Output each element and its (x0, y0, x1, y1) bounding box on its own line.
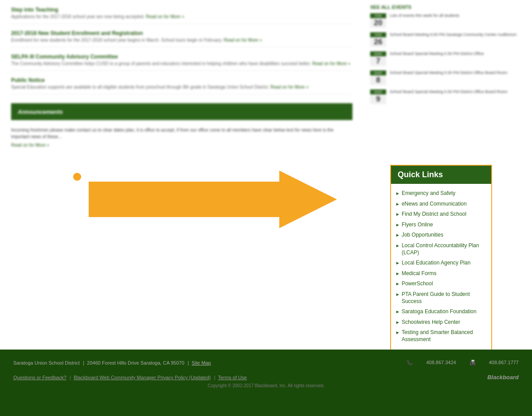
quick-links-title: Quick Links (398, 170, 485, 179)
footer-phone1: 408.867.3424 (426, 360, 456, 365)
footer-links-container: Questions or Feedback? | Blackboard Web … (13, 373, 247, 381)
quick-link-medical-forms[interactable]: Medical Forms (402, 270, 437, 277)
footer-sep4: | (213, 375, 218, 380)
quick-link-arrow-icon: ► (395, 202, 400, 206)
quick-link-arrow-icon: ► (395, 330, 400, 335)
quick-link-item-lcap: ► Local Control Accountability Plan (LCA… (395, 241, 487, 258)
quick-link-arrow-icon: ► (395, 271, 400, 276)
quick-links-header: Quick Links (391, 166, 491, 184)
quick-link-arrow-icon: ► (395, 260, 400, 265)
quick-link-arrow-icon: ► (395, 292, 400, 297)
quick-link-enews-communication[interactable]: eNews and Communication (402, 201, 467, 208)
quick-link-arrow-icon: ► (395, 320, 400, 325)
svg-marker-0 (89, 171, 337, 228)
quick-link-emergency-safety[interactable]: Emergency and Safety (402, 190, 455, 197)
footer-questions-link[interactable]: Questions or Feedback? (13, 375, 66, 380)
quick-link-item-schoolwires-help: ► Schoolwires Help Center (395, 317, 487, 328)
quick-link-item-find-district-school: ► Find My District and School (395, 209, 487, 220)
quick-link-arrow-icon: ► (395, 281, 400, 286)
quick-link-arrow-icon: ► (395, 212, 400, 217)
footer-district-name: Saratoga Union School District (13, 360, 80, 365)
footer-phones: 📞 408.867.3424 📠 408.867.1777 (407, 360, 519, 365)
footer-privacy-link[interactable]: Blackboard Web Community Manager Privacy… (74, 375, 211, 380)
quick-link-saratoga-edu[interactable]: Saratoga Education Foundation (402, 308, 477, 315)
quick-link-item-pta-guide: ► PTA Parent Guide to Student Success (395, 289, 487, 307)
footer-phone2: 408.867.1777 (489, 360, 519, 365)
quick-link-item-lea-plan: ► Local Education Agency Plan (395, 258, 487, 268)
quick-link-item-medical-forms: ► Medical Forms (395, 268, 487, 279)
quick-link-arrow-icon: ► (395, 309, 400, 314)
quick-links-panel: Quick Links ► Emergency and Safety ► eNe… (390, 165, 492, 350)
footer-blackboard-brand: Blackboard (487, 374, 519, 381)
quick-link-arrow-icon: ► (395, 243, 400, 248)
orange-arrow-icon (89, 171, 337, 228)
quick-link-arrow-icon: ► (395, 233, 400, 237)
quick-link-arrow-icon: ► (395, 222, 400, 227)
quick-link-find-district-school[interactable]: Find My District and School (402, 211, 466, 218)
footer-phone-icon2: 📠 (469, 360, 476, 365)
footer-address: 20460 Forest Hills Drive Saratoga, CA 95… (87, 360, 184, 365)
footer-terms-link[interactable]: Terms of Use (218, 375, 247, 380)
quick-link-item-powerschool: ► PowerSchool (395, 279, 487, 289)
quick-link-schoolwires-help[interactable]: Schoolwires Help Center (402, 319, 460, 326)
quick-link-pta-guide[interactable]: PTA Parent Guide to Student Success (402, 291, 487, 305)
quick-link-powerschool[interactable]: PowerSchool (402, 280, 433, 288)
footer-copyright: Copyright © 2002-2017 Blackboard, Inc. A… (13, 383, 519, 388)
footer: Saratoga Union School District | 20460 F… (0, 350, 532, 416)
footer-top: Saratoga Union School District | 20460 F… (13, 358, 519, 366)
quick-link-item-saratoga-edu: ► Saratoga Education Foundation (395, 307, 487, 317)
footer-bottom: Questions or Feedback? | Blackboard Web … (13, 373, 519, 381)
footer-district-info: Saratoga Union School District | 20460 F… (13, 358, 211, 366)
quick-link-item-job-opportunities: ► Job Opportunities (395, 230, 487, 241)
quick-links-list: ► Emergency and Safety ► eNews and Commu… (391, 186, 491, 350)
footer-phone-icon1: 📞 (407, 360, 413, 365)
quick-link-lea-plan[interactable]: Local Education Agency Plan (402, 260, 470, 267)
orange-arrow-container (89, 164, 355, 235)
quick-link-arrow-icon: ► (395, 191, 400, 196)
quick-link-testing-smarter[interactable]: Testing and Smarter Balanced Assessment (402, 329, 487, 343)
quick-link-item-flyers-online: ► Flyers Online (395, 220, 487, 230)
quick-link-flyers-online[interactable]: Flyers Online (402, 222, 433, 229)
orange-dot-indicator (73, 173, 81, 181)
footer-sep3: | (68, 375, 74, 380)
quick-link-job-opportunities[interactable]: Job Opportunities (402, 232, 443, 239)
footer-sitemap-link[interactable]: Site Map (192, 360, 211, 365)
quick-link-lcap[interactable]: Local Control Accountability Plan (LCAP) (402, 242, 487, 256)
quick-link-item-emergency-safety: ► Emergency and Safety (395, 188, 487, 199)
sharp-content-layer: Quick Links ► Emergency and Safety ► eNe… (0, 0, 532, 416)
quick-link-item-testing-smarter: ► Testing and Smarter Balanced Assessmen… (395, 327, 487, 345)
footer-separator2: | (186, 360, 192, 365)
footer-separator1: | (82, 360, 87, 365)
quick-link-item-enews-communication: ► eNews and Communication (395, 199, 487, 210)
